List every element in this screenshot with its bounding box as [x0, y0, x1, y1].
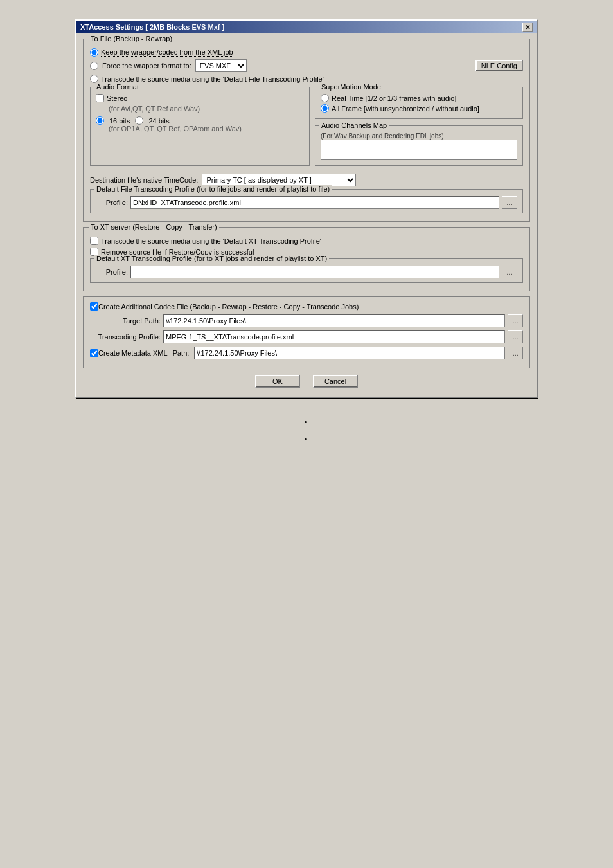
nle-config-button[interactable]: NLE Config	[475, 60, 523, 71]
button-row: OK Cancel	[83, 375, 530, 388]
bits-row: 16 bits 24 bits	[96, 116, 304, 125]
bits-note: (for OP1A, QT, QT Ref, OPAtom and Wav)	[109, 125, 304, 132]
metadata-path-input[interactable]	[194, 347, 505, 359]
xt-profile-row: Profile: ...	[96, 266, 517, 278]
radio-transcode-label: Transcode the source media using the 'De…	[101, 75, 324, 83]
default-xt-profile-title: Default XT Transcoding Profile (for to X…	[94, 255, 329, 262]
xt-profile-browse-button[interactable]: ...	[502, 266, 517, 278]
xt-transcode-checkbox[interactable]	[90, 237, 98, 245]
audio-format-title: Audio Format	[94, 83, 141, 91]
cancel-button[interactable]: Cancel	[313, 375, 358, 388]
transcoding-profile-label: Transcoding Profile:	[90, 333, 161, 341]
supermotion-title: SuperMotion Mode	[319, 83, 383, 91]
allframe-row: All Frame [with unsynchronized / without…	[321, 104, 517, 113]
stereo-row: Stereo	[96, 94, 304, 102]
target-path-browse-button[interactable]: ...	[508, 314, 523, 327]
metadata-browse-button[interactable]: ...	[508, 347, 523, 359]
file-profile-input[interactable]	[130, 196, 499, 209]
realtime-row: Real Time [1/2 or 1/3 frames with audio]	[321, 94, 517, 102]
codec-create-checkbox[interactable]	[90, 302, 98, 311]
xt-profile-input[interactable]	[130, 266, 499, 278]
radio-force[interactable]	[90, 62, 98, 70]
dialog-body: To File (Backup - Rewrap) Keep the wrapp…	[76, 33, 537, 397]
right-column: SuperMotion Mode Real Time [1/2 or 1/3 f…	[315, 87, 523, 168]
radio-24bits[interactable]	[135, 116, 143, 125]
transcoding-profile-row: Transcoding Profile: ...	[90, 330, 523, 343]
radio-realtime[interactable]	[321, 94, 329, 102]
radio-16bits-label: 16 bits	[109, 117, 130, 125]
to-file-group-title: To File (Backup - Rewrap)	[89, 35, 174, 42]
radio-keep-label: Keep the wrapper/codec from the XML job	[101, 48, 233, 57]
default-file-profile-title: Default File Transcoding Profile (for to…	[94, 185, 332, 193]
stereo-note: (for Avi,QT, QT Ref and Wav)	[109, 105, 304, 113]
metadata-row: Create Metadata XML Path: ...	[90, 347, 523, 359]
close-button[interactable]: ✕	[522, 23, 533, 32]
audio-channels-note: (For Wav Backup and Rendering EDL jobs)	[321, 132, 517, 140]
radio-keep-row: Keep the wrapper/codec from the XML job	[90, 48, 523, 57]
default-file-profile-group: Default File Transcoding Profile (for to…	[90, 189, 523, 213]
radio-keep[interactable]	[90, 48, 98, 57]
radio-16bits[interactable]	[96, 116, 104, 125]
to-xt-group: To XT server (Restore - Copy - Transfer)…	[83, 227, 530, 291]
audio-channels-group: Audio Channels Map (For Wav Backup and R…	[315, 125, 523, 166]
bottom-line	[281, 464, 332, 464]
file-profile-row: Profile: ...	[96, 196, 517, 209]
stereo-label: Stereo	[107, 95, 127, 102]
metadata-path-label: Path:	[173, 349, 190, 357]
transcoding-profile-browse-button[interactable]: ...	[508, 330, 523, 343]
metadata-checkbox-container: Create Metadata XML	[90, 349, 168, 357]
tc-dropdown[interactable]: Primary TC [ as displayed by XT ]	[202, 174, 356, 186]
xt-profile-label: Profile:	[96, 268, 128, 276]
radio-allframe-label: All Frame [with unsynchronized / without…	[332, 105, 479, 113]
target-path-input[interactable]	[163, 314, 505, 327]
target-path-label: Target Path:	[90, 317, 161, 325]
tc-row: Destination file's native TimeCode: Prim…	[90, 174, 523, 186]
to-xt-group-title: To XT server (Restore - Copy - Transfer)	[89, 223, 219, 231]
radio-realtime-label: Real Time [1/2 or 1/3 frames with audio]	[332, 95, 456, 102]
transcoding-profile-input[interactable]	[163, 330, 505, 343]
file-profile-browse-button[interactable]: ...	[502, 196, 517, 209]
radio-transcode[interactable]	[90, 75, 98, 83]
title-bar: XTAccess Settings [ 2MB Blocks EVS Mxf ]…	[76, 21, 537, 33]
audio-channels-map-input[interactable]	[321, 140, 517, 160]
dialog-window: XTAccess Settings [ 2MB Blocks EVS Mxf ]…	[75, 19, 538, 398]
target-path-row: Target Path: ...	[90, 314, 523, 327]
to-file-group: To File (Backup - Rewrap) Keep the wrapp…	[83, 39, 530, 222]
stereo-checkbox[interactable]	[96, 94, 104, 102]
metadata-checkbox[interactable]	[90, 349, 98, 357]
xt-transcode-label: Transcode the source media using the 'De…	[101, 237, 321, 245]
codec-checkbox-row: Create Additional Codec File (Backup - R…	[90, 302, 523, 311]
supermotion-group: SuperMotion Mode Real Time [1/2 or 1/3 f…	[315, 87, 523, 119]
force-format-dropdown[interactable]: EVS MXF	[195, 59, 247, 72]
audio-supermotion-row: Audio Format Stereo (for Avi,QT, QT Ref …	[90, 87, 523, 168]
metadata-checkbox-label: Create Metadata XML	[98, 349, 168, 357]
audio-channels-title: Audio Channels Map	[319, 122, 389, 129]
file-profile-label: Profile:	[96, 199, 128, 206]
window-title: XTAccess Settings [ 2MB Blocks EVS Mxf ]	[80, 23, 224, 31]
default-xt-profile-group: Default XT Transcoding Profile (for to X…	[90, 258, 523, 283]
radio-24bits-label: 24 bits	[148, 117, 169, 125]
radio-force-label: Force the wrapper format to:	[102, 62, 191, 69]
radio-transcode-row: Transcode the source media using the 'De…	[90, 75, 523, 83]
xt-transcode-row: Transcode the source media using the 'De…	[90, 237, 523, 245]
ok-button[interactable]: OK	[255, 375, 300, 388]
codec-group: Create Additional Codec File (Backup - R…	[83, 296, 530, 368]
force-wrapper-row: Force the wrapper format to: EVS MXF NLE…	[90, 59, 523, 72]
radio-allframe[interactable]	[321, 104, 329, 113]
codec-create-label: Create Additional Codec File (Backup - R…	[98, 303, 359, 311]
bullet-list	[300, 417, 313, 451]
audio-format-group: Audio Format Stereo (for Avi,QT, QT Ref …	[90, 87, 310, 166]
tc-label: Destination file's native TimeCode:	[90, 176, 198, 184]
